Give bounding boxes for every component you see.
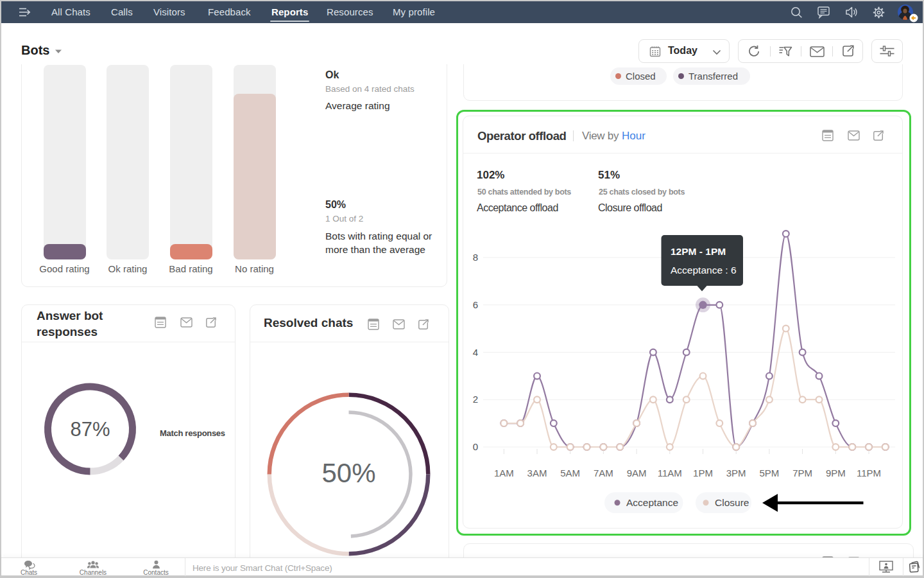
svg-text:7AM: 7AM bbox=[594, 468, 613, 478]
svg-text:0: 0 bbox=[473, 441, 478, 452]
svg-text:11AM: 11AM bbox=[658, 468, 682, 478]
svg-text:8: 8 bbox=[473, 252, 478, 263]
svg-text:12PM - 1PM: 12PM - 1PM bbox=[671, 246, 726, 257]
svg-text:1PM: 1PM bbox=[693, 468, 713, 478]
svg-text:5PM: 5PM bbox=[759, 468, 779, 478]
svg-text:Closure: Closure bbox=[715, 497, 749, 508]
svg-text:2: 2 bbox=[473, 394, 478, 405]
svg-text:Acceptance: Acceptance bbox=[626, 497, 678, 508]
svg-text:3PM: 3PM bbox=[726, 468, 746, 478]
svg-text:Acceptance : 6: Acceptance : 6 bbox=[671, 265, 737, 276]
svg-text:4: 4 bbox=[473, 347, 478, 358]
svg-text:1AM: 1AM bbox=[494, 468, 514, 478]
svg-text:6: 6 bbox=[473, 299, 478, 310]
svg-text:9PM: 9PM bbox=[826, 468, 846, 478]
svg-text:7PM: 7PM bbox=[792, 468, 812, 478]
svg-text:3AM: 3AM bbox=[527, 468, 547, 478]
svg-text:9AM: 9AM bbox=[627, 468, 647, 478]
svg-text:5AM: 5AM bbox=[560, 468, 580, 478]
svg-text:11PM: 11PM bbox=[857, 468, 881, 478]
